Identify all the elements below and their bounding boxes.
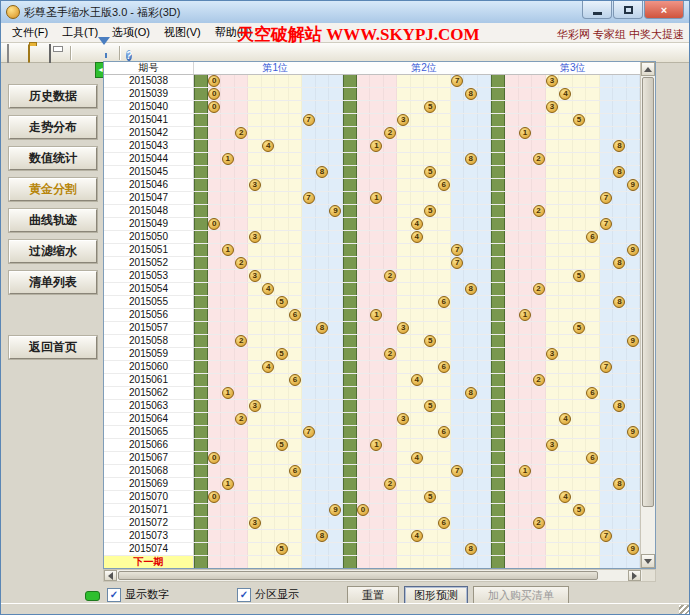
digit-cell <box>532 556 545 568</box>
sidebar-item-home[interactable]: 返回首页 <box>9 336 97 359</box>
zone-separator <box>491 88 505 100</box>
digit-cell <box>262 244 275 256</box>
help-icon[interactable]: ? <box>126 45 142 60</box>
table-row: 2015051179 <box>104 244 640 257</box>
digit-cell <box>478 361 491 373</box>
digit-cell <box>397 153 410 165</box>
scroll-right-icon[interactable] <box>628 570 641 581</box>
digit-cell <box>478 75 491 87</box>
scroll-up-icon[interactable] <box>641 62 655 76</box>
zone-separator <box>491 283 505 295</box>
digit-cell: 1 <box>221 478 234 490</box>
digit-cell <box>248 218 261 230</box>
zone-separator <box>194 153 208 165</box>
digit-cell <box>316 231 329 243</box>
digit-cell <box>627 465 640 477</box>
digit-cell <box>370 517 383 529</box>
digit-cell <box>384 166 397 178</box>
digit-cell <box>411 478 424 490</box>
digit-cell <box>411 257 424 269</box>
digit-cell <box>519 413 532 425</box>
zone-separator <box>194 88 208 100</box>
period-cell: 2015072 <box>104 517 194 529</box>
number-ball: 6 <box>438 361 450 373</box>
menu-file[interactable]: 文件(F) <box>5 23 55 42</box>
digit-cell <box>329 530 342 542</box>
digit-cell <box>411 166 424 178</box>
filter-funnel-icon[interactable] <box>98 45 114 60</box>
digit-cell <box>451 153 464 165</box>
horizontal-scrollbar[interactable] <box>103 569 656 582</box>
zone-separator <box>491 322 505 334</box>
sidebar-item-history[interactable]: 历史数据 <box>9 85 97 108</box>
new-file-icon[interactable] <box>7 45 23 60</box>
digit-cell <box>208 322 221 334</box>
digit-cell <box>519 153 532 165</box>
digit-cell <box>505 309 518 321</box>
digit-cell <box>370 179 383 191</box>
digit-cell <box>262 335 275 347</box>
sidebar-item-curve[interactable]: 曲线轨迹 <box>9 209 97 232</box>
digit-cell <box>397 101 410 113</box>
digit-cell <box>505 387 518 399</box>
chart-bars-icon[interactable] <box>77 45 93 60</box>
header-spacer <box>491 62 505 74</box>
close-button[interactable]: × <box>644 1 684 19</box>
period-cell: 2015064 <box>104 413 194 425</box>
digit-cell <box>275 270 288 282</box>
show-numbers-checkbox[interactable]: ✓ 显示数字 <box>107 587 169 602</box>
digit-cell <box>289 88 302 100</box>
sidebar-item-list[interactable]: 清单列表 <box>9 271 97 294</box>
digit-cell <box>411 127 424 139</box>
digit-cell <box>316 361 329 373</box>
period-cell: 2015062 <box>104 387 194 399</box>
digit-cell <box>424 75 437 87</box>
menu-options[interactable]: 选项(O) <box>105 23 157 42</box>
digit-cell <box>248 504 261 516</box>
digit-cell <box>384 322 397 334</box>
digit-cell <box>248 114 261 126</box>
digit-cell <box>505 491 518 503</box>
digit-cell <box>370 127 383 139</box>
menu-view[interactable]: 视图(V) <box>157 23 208 42</box>
digit-cell <box>451 127 464 139</box>
digit-cell: 2 <box>235 127 248 139</box>
vertical-scrollbar[interactable] <box>640 62 655 568</box>
vertical-scrollbar-thumb[interactable] <box>642 77 654 507</box>
number-ball: 3 <box>546 439 558 451</box>
sidebar-item-statistics[interactable]: 数值统计 <box>9 147 97 170</box>
sidebar-item-filter[interactable]: 过滤缩水 <box>9 240 97 263</box>
digit-cell <box>411 283 424 295</box>
number-ball: 4 <box>559 491 571 503</box>
digit-cell <box>573 192 586 204</box>
maximize-button[interactable] <box>613 1 643 19</box>
digit-cell <box>559 205 572 217</box>
digit-cell <box>559 504 572 516</box>
digit-cell <box>316 244 329 256</box>
sidebar-item-golden-section[interactable]: 黄金分割 <box>9 178 97 201</box>
digit-cell <box>316 426 329 438</box>
number-ball: 8 <box>465 543 477 555</box>
zone-display-checkbox[interactable]: ✓ 分区显示 <box>237 587 299 602</box>
zone-separator <box>194 322 208 334</box>
digit-cell <box>464 231 477 243</box>
digit-cell <box>357 179 370 191</box>
digit-cell <box>505 335 518 347</box>
scroll-left-icon[interactable] <box>104 570 117 581</box>
zone-separator <box>343 140 357 152</box>
minimize-button[interactable] <box>582 1 612 19</box>
digit-cell <box>451 114 464 126</box>
digit-cell <box>357 426 370 438</box>
scroll-down-icon[interactable] <box>641 554 655 568</box>
sidebar-item-trend[interactable]: 走势分布 <box>9 116 97 139</box>
resize-grip[interactable] <box>679 605 689 615</box>
zone-separator <box>194 413 208 425</box>
digit-cell <box>505 452 518 464</box>
open-folder-icon[interactable] <box>28 45 44 60</box>
horizontal-scrollbar-thumb[interactable] <box>118 571 598 580</box>
period-cell: 2015055 <box>104 296 194 308</box>
digit-cell <box>411 309 424 321</box>
table-row: 2015045858 <box>104 166 640 179</box>
print-icon[interactable] <box>49 45 65 60</box>
digit-cell <box>478 166 491 178</box>
